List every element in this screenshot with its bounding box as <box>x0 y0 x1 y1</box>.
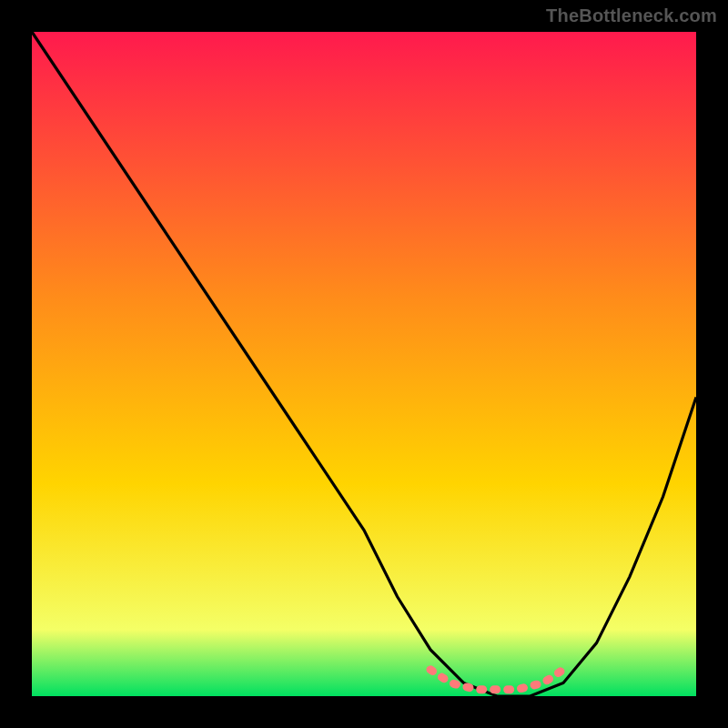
bottleneck-chart <box>0 0 728 728</box>
chart-stage: TheBottleneck.com <box>0 0 728 728</box>
plot-background <box>32 32 696 696</box>
watermark-text: TheBottleneck.com <box>546 5 717 26</box>
